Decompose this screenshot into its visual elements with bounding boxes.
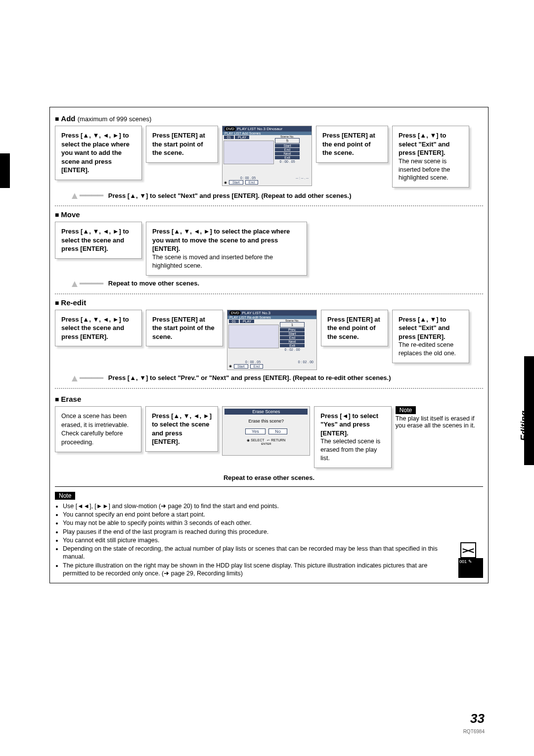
reedit-play: PLAY [240, 320, 254, 323]
erase-step2-box: Press [◄] to select "Yes" and press [ENT… [314, 406, 392, 468]
erase-note-text: The play list itself is erased if you er… [396, 415, 483, 429]
section-side-label: Editing [519, 411, 530, 441]
erase-loop-text: Repeat to erase other scenes. [55, 474, 483, 481]
add-foot-start: Start [229, 180, 243, 185]
reedit-timeR: 0 : 02 . 00 [298, 360, 313, 364]
add-step1-box: Press [▲, ▼, ◄, ►] to select the place w… [55, 126, 142, 180]
add-play: PLAY [235, 136, 249, 139]
reedit-step3: Press [ENTER] at the end point of the sc… [327, 316, 380, 340]
reedit-heading: Re-edit [55, 298, 483, 307]
add-menu-start: Start [275, 144, 300, 147]
left-edge-tab [0, 153, 10, 188]
loop-arrow-icon: ▲━━━━ [70, 372, 103, 384]
reedit-step1: Press [▲, ▼, ◄, ►] to select the scene a… [61, 316, 129, 340]
move-heading: Move [55, 210, 483, 219]
add-sceneno: 5 [275, 138, 300, 143]
erase-heading: Erase [55, 395, 483, 403]
add-title: Add [61, 114, 75, 123]
reedit-preview-image [228, 325, 279, 348]
loop-arrow-icon: ▲━━━━ [70, 278, 103, 289]
note-item: The picture illustration on the right ma… [63, 562, 454, 578]
cross-icon [460, 542, 476, 558]
move-step1-box: Press [▲, ▼, ◄, ►] to select the scene a… [55, 222, 142, 259]
add-step4a: Press [▲, ▼] to select "Exit" and press … [399, 132, 449, 156]
add-step1: Press [▲, ▼, ◄, ►] to select the place w… [61, 132, 130, 174]
erase-warn-box: Once a scene has been erased, it is irre… [55, 406, 141, 453]
note-item: You may not be able to specify points wi… [63, 519, 454, 527]
reedit-menu-end: End [280, 336, 305, 339]
add-menu-end: End [275, 148, 300, 151]
reedit-menu-start: Start [280, 332, 305, 335]
add-subtitle: (maximum of 999 scenes) [78, 115, 152, 123]
add-loop-text: Press [▲, ▼] to select "Next" and press … [108, 192, 352, 199]
notes-badge: Note [55, 492, 75, 500]
add-screen-title: PLAY LIST No.3 Dinosaur [237, 127, 282, 131]
add-step2-box: Press [ENTER] at the start point of the … [146, 126, 218, 163]
reedit-foot-end: End [250, 364, 263, 369]
notes-section: Note Use [◄◄], [►►] and slow-motion (➜ p… [55, 492, 483, 578]
reedit-time1: 0 : 02 . 00 [280, 348, 305, 351]
reedit-onscreen: DVD PLAY LIST No.3 PLAY LIST Re-edit Sce… [227, 310, 317, 370]
reedit-time2: 0 : 00 . 05 [245, 360, 261, 364]
move-loop-text: Repeat to move other scenes. [108, 280, 199, 287]
move-step2a: Press [▲, ▼, ◄, ►] to select the place w… [152, 228, 290, 252]
reedit-step2-box: Press [ENTER] at the start point of the … [146, 310, 223, 347]
add-menu-exit: Exit [275, 156, 300, 159]
reedit-sceneno: 1 [280, 322, 305, 328]
reedit-menu-exit: Exit [280, 344, 305, 347]
add-step3-box: Press [ENTER] at the end point of the sc… [316, 126, 388, 163]
reedit-screen-title: PLAY LIST No.3 [242, 311, 270, 315]
main-content-frame: Add (maximum of 999 scenes) Press [▲, ▼,… [49, 107, 489, 583]
erase-foot1: SELECT [251, 438, 264, 442]
add-step2: Press [ENTER] at the start point of the … [152, 132, 205, 156]
erase-yes: Yes [245, 428, 266, 434]
erase-step2b: The selected scene is erased from the pl… [320, 437, 385, 463]
dvd-badge2: DVD [229, 311, 241, 315]
erase-step1: Press [▲, ▼, ◄, ►] to select the scene a… [152, 412, 212, 446]
erase-step1-box: Press [▲, ▼, ◄, ►] to select the scene a… [145, 406, 218, 452]
add-step4-box: Press [▲, ▼] to select "Exit" and press … [392, 126, 469, 188]
erase-note-badge: Note [396, 406, 416, 414]
erase-dialog: Erase Scenes Erase this scene? Yes No ◉ … [222, 406, 310, 456]
dvd-badge: DVD [224, 127, 236, 131]
add-timeR: -- : -- . -- [296, 176, 309, 180]
move-step2-box: Press [▲, ▼, ◄, ►] to select the place w… [146, 222, 307, 275]
reedit-foot-start: Start [234, 364, 248, 369]
add-time1: 0 : 00 . 05 [275, 160, 300, 163]
erase-foot2: RETURN [271, 438, 285, 442]
add-step4b: The new scene is inserted before the hig… [399, 157, 463, 183]
reedit-step2: Press [ENTER] at the start point of the … [152, 316, 215, 340]
add-onscreen: DVD PLAY LIST No.3 Dinosaur PLAY LIST Ad… [222, 126, 312, 186]
erase-dialog-title: Erase Scenes [224, 409, 308, 415]
move-step1: Press [▲, ▼, ◄, ►] to select the scene a… [61, 228, 129, 252]
erase-step2a: Press [◄] to select "Yes" and press [ENT… [320, 412, 378, 437]
erase-side-note: Note The play list itself is erased if y… [396, 406, 483, 429]
reedit-step1-box: Press [▲, ▼, ◄, ►] to select the scene a… [55, 310, 142, 347]
erase-warn: Once a scene has been erased, it is irre… [61, 413, 129, 446]
add-chapter: 01 [224, 136, 234, 139]
add-preview-image [223, 141, 274, 164]
note-item: Depending on the state of recording, the… [63, 545, 454, 561]
add-menu-next: Next [275, 152, 300, 155]
reedit-step4b: The re-edited scene replaces the old one… [399, 341, 463, 358]
erase-no: No [268, 428, 287, 434]
reedit-step4a: Press [▲, ▼] to select "Exit" and press … [399, 316, 449, 340]
add-screen-sub: PLAY LIST Add Scenes [222, 132, 312, 135]
reedit-menu-prev: Prev. [280, 328, 305, 331]
add-time2: 0 : 00 . 05 [240, 176, 256, 180]
add-heading: Add (maximum of 999 scenes) [55, 114, 483, 123]
reedit-step3-box: Press [ENTER] at the end point of the sc… [321, 310, 388, 347]
reedit-loop-text: Press [▲, ▼] to select "Prev." or "Next"… [108, 374, 391, 381]
note-item: You cannot specify an end point before a… [63, 511, 454, 519]
move-step2b: The scene is moved and inserted before t… [152, 253, 301, 270]
reedit-step4-box: Press [▲, ▼] to select "Exit" and press … [392, 310, 469, 363]
loop-arrow-icon: ▲━━━━ [70, 189, 103, 201]
erase-foot0: ENTER [224, 442, 308, 445]
document-code: RQT6984 [463, 729, 485, 734]
erase-dialog-msg: Erase this scene? [224, 419, 308, 424]
note-item: You cannot edit still picture images. [63, 536, 454, 544]
add-step3: Press [ENTER] at the end point of the sc… [322, 132, 375, 156]
add-foot-end: End [245, 180, 258, 185]
reedit-menu-next: Next [280, 340, 305, 343]
reedit-chapter: 01 [229, 320, 239, 323]
